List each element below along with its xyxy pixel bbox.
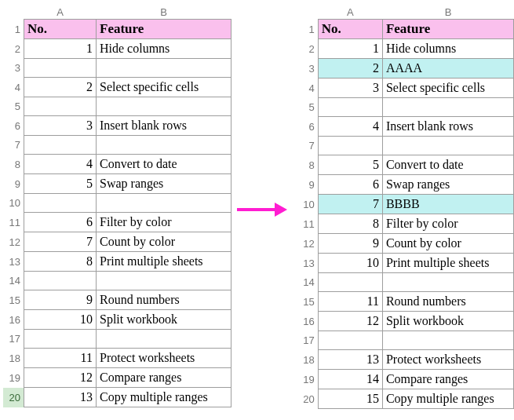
cell-no[interactable]: 6: [24, 213, 97, 232]
cell-no[interactable]: 11: [318, 292, 382, 312]
cell-no[interactable]: 13: [24, 388, 97, 407]
cell-feature[interactable]: [382, 273, 513, 292]
cell-no[interactable]: [24, 136, 97, 155]
cell-no[interactable]: 5: [318, 155, 382, 175]
cell-no[interactable]: 7: [318, 195, 382, 214]
cell-no[interactable]: 15: [318, 389, 382, 409]
row-header[interactable]: 8: [3, 155, 24, 174]
row-header[interactable]: 9: [3, 174, 24, 194]
cell-no[interactable]: 1: [318, 39, 382, 59]
row-header[interactable]: 13: [298, 254, 318, 273]
row-header[interactable]: 2: [3, 39, 24, 59]
row-header[interactable]: 19: [298, 370, 318, 389]
cell-no[interactable]: 9: [24, 290, 97, 310]
row-header[interactable]: 20: [3, 388, 24, 407]
header-cell-no[interactable]: No.: [24, 20, 97, 39]
cell-feature[interactable]: Split workbook: [382, 312, 513, 331]
cell-no[interactable]: 6: [318, 175, 382, 195]
row-header[interactable]: 15: [3, 290, 24, 310]
row-header[interactable]: 12: [3, 232, 24, 252]
cell-feature[interactable]: Compare ranges: [97, 368, 231, 388]
cell-feature[interactable]: [97, 59, 231, 78]
cell-feature[interactable]: [97, 194, 231, 213]
cell-feature[interactable]: Round numbers: [97, 290, 231, 310]
row-header[interactable]: 5: [3, 97, 24, 116]
row-header[interactable]: 14: [298, 273, 318, 292]
row-header[interactable]: 18: [3, 349, 24, 368]
cell-feature[interactable]: Convert to date: [97, 155, 231, 174]
cell-feature[interactable]: Round numbers: [382, 292, 513, 312]
cell-no[interactable]: 1: [24, 39, 97, 59]
row-header[interactable]: 1: [298, 20, 318, 39]
cell-no[interactable]: 3: [318, 79, 382, 98]
cell-feature[interactable]: Count by color: [382, 234, 513, 254]
column-header-A[interactable]: A: [318, 5, 382, 20]
cell-feature[interactable]: [382, 98, 513, 117]
cell-feature[interactable]: Hide columns: [97, 39, 231, 59]
cell-feature[interactable]: [97, 330, 231, 349]
cell-no[interactable]: 2: [24, 78, 97, 97]
row-header[interactable]: 15: [298, 292, 318, 312]
row-header[interactable]: 18: [298, 350, 318, 370]
column-header-A[interactable]: A: [24, 5, 97, 20]
cell-no[interactable]: 8: [318, 214, 382, 234]
cell-feature[interactable]: [97, 136, 231, 155]
cell-no[interactable]: [24, 59, 97, 78]
row-header[interactable]: 7: [3, 136, 24, 155]
cell-no[interactable]: [318, 98, 382, 117]
row-header[interactable]: 13: [3, 252, 24, 272]
cell-feature[interactable]: Copy multiple ranges: [382, 389, 513, 409]
row-header[interactable]: 16: [298, 312, 318, 331]
cell-no[interactable]: [24, 194, 97, 213]
cell-no[interactable]: 10: [24, 310, 97, 330]
cell-no[interactable]: 14: [318, 370, 382, 389]
cell-no[interactable]: 2: [318, 59, 382, 79]
cell-no[interactable]: 4: [318, 117, 382, 137]
cell-no[interactable]: 5: [24, 174, 97, 194]
row-header[interactable]: 1: [3, 20, 24, 39]
cell-no[interactable]: 8: [24, 252, 97, 272]
cell-feature[interactable]: [382, 331, 513, 350]
row-header[interactable]: 17: [3, 330, 24, 349]
cell-no[interactable]: 13: [318, 350, 382, 370]
row-header[interactable]: 6: [3, 116, 24, 136]
cell-no[interactable]: 7: [24, 232, 97, 252]
cell-feature[interactable]: Compare ranges: [382, 370, 513, 389]
cell-feature[interactable]: Split workbook: [97, 310, 231, 330]
row-header[interactable]: 5: [298, 98, 318, 117]
cell-feature[interactable]: Filter by color: [382, 214, 513, 234]
cell-no[interactable]: 9: [318, 234, 382, 254]
cell-feature[interactable]: Filter by color: [97, 213, 231, 232]
cell-feature[interactable]: Convert to date: [382, 155, 513, 175]
row-header[interactable]: 10: [3, 194, 24, 213]
row-header[interactable]: 20: [298, 389, 318, 409]
row-header[interactable]: 2: [298, 39, 318, 59]
cell-no[interactable]: [24, 97, 97, 116]
cell-no[interactable]: 3: [24, 116, 97, 136]
cell-no[interactable]: 10: [318, 254, 382, 273]
cell-feature[interactable]: Protect worksheets: [382, 350, 513, 370]
header-cell-feature[interactable]: Feature: [97, 20, 231, 39]
cell-feature[interactable]: Hide columns: [382, 39, 513, 59]
cell-feature[interactable]: Swap ranges: [382, 175, 513, 195]
row-header[interactable]: 11: [3, 213, 24, 232]
cell-feature[interactable]: AAAA: [382, 59, 513, 79]
row-header[interactable]: 9: [298, 175, 318, 195]
cell-feature[interactable]: Protect worksheets: [97, 349, 231, 368]
cell-feature[interactable]: Select specific cells: [382, 79, 513, 98]
header-cell-no[interactable]: No.: [318, 20, 382, 39]
cell-feature[interactable]: Select specific cells: [97, 78, 231, 97]
cell-feature[interactable]: [382, 137, 513, 155]
cell-no[interactable]: [24, 330, 97, 349]
cell-no[interactable]: [24, 272, 97, 290]
row-header[interactable]: 17: [298, 331, 318, 350]
row-header[interactable]: 4: [3, 78, 24, 97]
row-header[interactable]: 12: [298, 234, 318, 254]
cell-feature[interactable]: Count by color: [97, 232, 231, 252]
row-header[interactable]: 8: [298, 155, 318, 175]
cell-feature[interactable]: BBBB: [382, 195, 513, 214]
row-header[interactable]: 19: [3, 368, 24, 388]
row-header[interactable]: 3: [298, 59, 318, 79]
row-header[interactable]: 11: [298, 214, 318, 234]
column-header-B[interactable]: B: [97, 5, 231, 20]
